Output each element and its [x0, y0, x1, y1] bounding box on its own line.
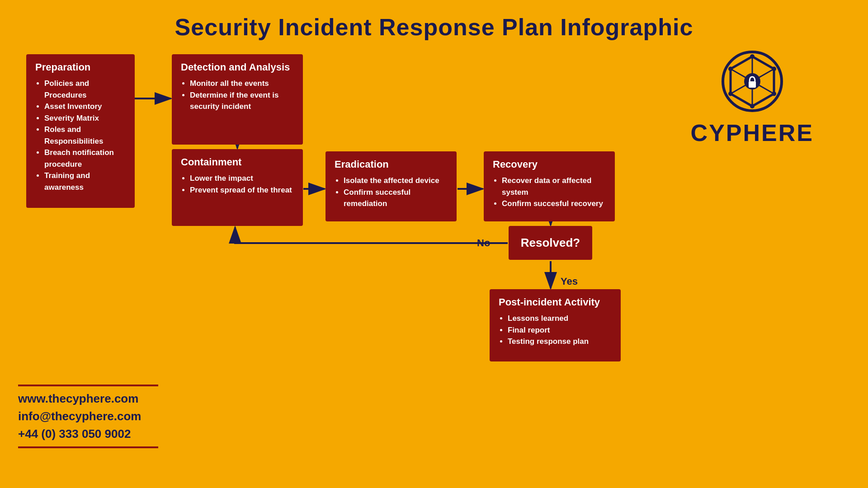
eradication-item-1: Isolate the affected device: [344, 175, 448, 187]
preparation-item-6: Training and awareness: [44, 170, 126, 193]
containment-item-2: Prevent spread of the threat: [190, 184, 294, 196]
recovery-list: Recover data or affected system Confirm …: [493, 175, 606, 210]
preparation-item-1: Policies and Procedures: [44, 78, 126, 101]
svg-point-16: [772, 92, 776, 96]
resolved-box: Resolved?: [509, 226, 592, 260]
cyphere-logo-icon: [721, 50, 784, 113]
svg-point-19: [728, 67, 733, 71]
cyphere-brand-name: CYPHERE: [691, 119, 814, 146]
svg-point-14: [750, 54, 755, 59]
preparation-title: Preparation: [35, 61, 126, 73]
resolved-title: Resolved?: [521, 236, 580, 250]
preparation-item-2: Asset Inventory: [44, 101, 126, 113]
yes-label: Yes: [561, 276, 578, 287]
detection-list: Monitor all the events Determine if the …: [181, 78, 294, 113]
recovery-item-2: Confirm succesful recovery: [502, 198, 606, 210]
preparation-item-4: Roles and Responsibilities: [44, 124, 126, 147]
detection-item-1: Monitor all the events: [190, 78, 294, 89]
preparation-item-5: Breach notification procedure: [44, 147, 126, 170]
footer-bottom-line: [18, 446, 158, 448]
postincident-item-1: Lessons learned: [508, 313, 612, 324]
contact-email: info@thecyphere.com: [18, 408, 158, 425]
svg-rect-13: [749, 81, 756, 88]
svg-point-18: [728, 92, 733, 96]
logo-area: CYPHERE: [691, 50, 814, 146]
preparation-list: Policies and Procedures Asset Inventory …: [35, 78, 126, 193]
containment-item-1: Lower the impact: [190, 173, 294, 184]
preparation-box: Preparation Policies and Procedures Asse…: [26, 54, 135, 208]
postincident-box: Post-incident Activity Lessons learned F…: [490, 289, 621, 361]
recovery-box: Recovery Recover data or affected system…: [484, 151, 615, 221]
containment-list: Lower the impact Prevent spread of the t…: [181, 173, 294, 196]
postincident-item-3: Testing response plan: [508, 336, 612, 347]
recovery-title: Recovery: [493, 159, 606, 170]
eradication-title: Eradication: [335, 159, 448, 170]
no-label: No: [477, 237, 490, 249]
postincident-title: Post-incident Activity: [499, 296, 612, 308]
svg-point-15: [772, 67, 776, 71]
containment-title: Containment: [181, 156, 294, 168]
eradication-item-2: Confirm succesful remediation: [344, 187, 448, 210]
containment-box: Containment Lower the impact Prevent spr…: [172, 149, 303, 226]
svg-point-17: [750, 104, 755, 108]
eradication-list: Isolate the affected device Confirm succ…: [335, 175, 448, 210]
eradication-box: Eradication Isolate the affected device …: [326, 151, 457, 221]
page-title: Security Incident Response Plan Infograp…: [0, 0, 868, 41]
detection-title: Detection and Analysis: [181, 61, 294, 73]
detection-item-2: Determine if the event is security incid…: [190, 89, 294, 113]
contact-website: www.thecyphere.com: [18, 390, 158, 408]
detection-box: Detection and Analysis Monitor all the e…: [172, 54, 303, 145]
footer-contact: www.thecyphere.com info@thecyphere.com +…: [18, 381, 158, 452]
recovery-item-1: Recover data or affected system: [502, 175, 606, 198]
postincident-list: Lessons learned Final report Testing res…: [499, 313, 612, 347]
preparation-item-3: Severity Matrix: [44, 113, 126, 124]
postincident-item-2: Final report: [508, 324, 612, 336]
footer-top-line: [18, 385, 158, 386]
contact-phone: +44 (0) 333 050 9002: [18, 425, 158, 443]
